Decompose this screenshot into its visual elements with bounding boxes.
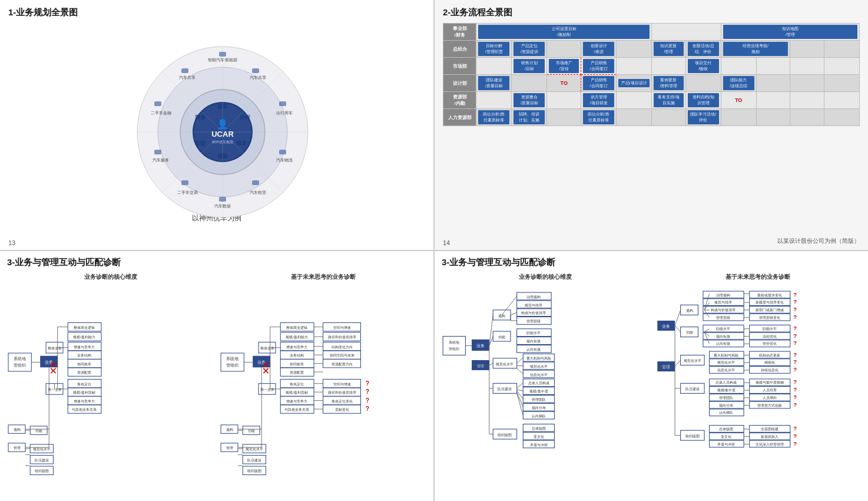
svg-text:规范化水平: 规范化水平 xyxy=(530,365,548,368)
cell-flow-overview: 2-业务流程全景图 xyxy=(435,0,868,250)
svg-text:整体业务: 整体业务 xyxy=(48,346,62,350)
diag-sub-title-3: 业务诊断的核心维度 xyxy=(442,273,648,281)
svg-text:认向衔接: 认向衔接 xyxy=(526,347,541,351)
svg-text:信息化水平: 信息化水平 xyxy=(530,373,548,377)
svg-text:二手车金融: 二手车金融 xyxy=(151,111,171,115)
svg-rect-30 xyxy=(279,150,286,154)
flow-node: 创新活动/总结、评价 xyxy=(688,42,719,56)
svg-text:流程优化: 流程优化 xyxy=(763,334,777,338)
svg-text:空间与增速: 空间与增速 xyxy=(333,382,351,386)
dept-cell: 总经办 xyxy=(443,41,476,58)
svg-text:二手车交易: 二手车交易 xyxy=(177,190,198,195)
table-row: 事业部/财务 公司设置目标/激励制 知识地图/管理 xyxy=(443,24,860,41)
svg-text:职能水平: 职能水平 xyxy=(763,327,777,331)
svg-rect-31 xyxy=(252,180,259,185)
flow-node: 供方管理/项目研发 xyxy=(583,93,614,107)
svg-text:?: ? xyxy=(793,425,797,431)
svg-text:管组织: 管组织 xyxy=(226,363,238,367)
svg-text:?: ? xyxy=(793,325,797,331)
flow-node: 产品定位/资源提供 xyxy=(513,42,545,56)
dept-cell: 市场部 xyxy=(443,58,476,75)
svg-text:?: ? xyxy=(793,386,797,393)
diag-right-half-4: 基于未来思考的业务诊断 业务 遏构 治理遏构 规范与排序 xyxy=(654,273,861,496)
svg-line-207 xyxy=(511,312,517,315)
svg-text:新疆度与排序变化: 新疆度与排序变化 xyxy=(756,300,784,304)
svg-text:组织版图: 组织版图 xyxy=(685,434,700,438)
ucar-diagram: 👤 UCAR 神州优车集团 卖车 出行 租车 保险 车贷 服务 智能汽车·新能源… xyxy=(8,23,425,243)
svg-text:功能: 功能 xyxy=(686,330,693,334)
svg-text:队伍建设: 队伍建设 xyxy=(498,387,512,391)
svg-text:资源配置: 资源配置 xyxy=(290,370,304,374)
svg-text:重大机制与风险: 重大机制与风险 xyxy=(526,357,551,360)
main-grid: 1-业务规划全景图 👤 U xyxy=(0,0,868,501)
svg-text:与其他业务关系: 与其他业务关系 xyxy=(72,407,97,411)
svg-text:信息化水平: 信息化水平 xyxy=(717,368,735,372)
svg-text:贡献变化: 贡献变化 xyxy=(335,407,349,412)
svg-text:?: ? xyxy=(366,380,369,387)
table-row: 总经办 目标分解/管理职责 产品定位/资源提供 创新设计/推进 知识更新/管理 xyxy=(443,41,860,58)
svg-text:管理层方式创新: 管理层方式创新 xyxy=(757,403,782,407)
svg-text:总体版图: 总体版图 xyxy=(531,427,546,430)
flow-node: 项目交付/验收 xyxy=(688,59,719,73)
svg-text:亚文化: 亚文化 xyxy=(721,434,731,439)
svg-text:人员培育: 人员培育 xyxy=(763,388,777,392)
svg-line-260 xyxy=(517,383,524,388)
svg-text:?: ? xyxy=(793,314,797,320)
flow-node: 销售计划/目标 xyxy=(513,59,545,73)
svg-text:?: ? xyxy=(793,306,797,312)
svg-text:矛盾与冲突: 矛盾与冲突 xyxy=(530,443,548,447)
svg-text:角色定位变化: 角色定位变化 xyxy=(332,399,353,403)
svg-text:?: ? xyxy=(793,298,797,305)
svg-text:协同效率: 协同效率 xyxy=(77,362,91,366)
svg-text:规模/盈利能力: 规模/盈利能力 xyxy=(73,335,95,339)
svg-line-379 xyxy=(704,329,710,332)
svg-text:组织版图: 组织版图 xyxy=(247,469,261,473)
flow-node: 资源整合/质量目标 xyxy=(513,93,545,107)
svg-text:构成与价值排序: 构成与价值排序 xyxy=(710,308,736,312)
svg-text:规范与排序: 规范与排序 xyxy=(525,303,542,307)
svg-text:遏构: 遏构 xyxy=(686,308,693,312)
svg-text:认向梯队: 认向梯队 xyxy=(719,411,733,414)
svg-text:?: ? xyxy=(793,351,797,358)
svg-text:遏构: 遏构 xyxy=(498,314,505,318)
svg-text:文化深入经营管理: 文化深入经营管理 xyxy=(756,442,784,446)
svg-text:?: ? xyxy=(793,340,797,346)
svg-text:队伍建设: 队伍建设 xyxy=(247,458,261,462)
svg-text:第一业务: 第一业务 xyxy=(260,387,274,391)
cell-diagnosis-left: 3-业务与管理互动与匹配诊断 业务诊断的核心维度 系统地 管组织 业务 xyxy=(0,251,433,501)
flow-node: 产品/项目设计 xyxy=(618,79,650,87)
svg-text:精细化: 精细化 xyxy=(764,361,775,364)
svg-text:管理: 管理 xyxy=(226,446,233,450)
svg-text:增速与竞争力: 增速与竞争力 xyxy=(286,399,307,403)
svg-line-206 xyxy=(502,296,517,315)
flow-node: 团队建设/质量目标 xyxy=(478,76,509,90)
svg-text:全基图组建: 全基图组建 xyxy=(761,427,778,431)
svg-text:管理层级: 管理层级 xyxy=(716,316,730,319)
page-num-2: 14 xyxy=(443,239,450,246)
dept-cell: 人力资源部 xyxy=(443,109,476,126)
svg-text:管组织: 管组织 xyxy=(14,363,26,367)
svg-text:组织版图: 组织版图 xyxy=(498,433,512,437)
svg-text:管理: 管理 xyxy=(477,364,484,368)
svg-text:汽车租赁: 汽车租赁 xyxy=(250,190,266,195)
svg-text:与其他业务关系: 与其他业务关系 xyxy=(284,407,309,411)
svg-text:功能: 功能 xyxy=(498,335,505,339)
svg-text:新部门或新门增减: 新部门或新门增减 xyxy=(756,308,784,312)
svg-text:规模与集中度模糊: 规模与集中度模糊 xyxy=(756,380,784,384)
svg-text:规范化水平: 规范化水平 xyxy=(496,362,513,366)
svg-text:汽车数据: 汽车数据 xyxy=(214,204,231,208)
svg-text:股权或股东变化: 股权或股东变化 xyxy=(757,293,782,297)
svg-rect-35 xyxy=(154,101,161,106)
table-row: 市场部 销售计划/目标 市场推广/宣传 产品销售/合同签订 项目交付/验收 xyxy=(443,58,860,75)
flow-node: 经营业绩考核/激励 xyxy=(723,42,789,56)
svg-text:队伍建设: 队伍建设 xyxy=(35,458,49,462)
svg-text:组织版图: 组织版图 xyxy=(35,469,49,473)
diag-left-half: 业务诊断的核心维度 系统地 管组织 业务 整体商业 xyxy=(7,273,214,496)
svg-text:智能汽车·新能源: 智能汽车·新能源 xyxy=(208,58,238,62)
tree-left-4: 系统地 管组织 业务 遏构 治理遏构 规范与排序 xyxy=(442,284,648,496)
svg-text:职能水平: 职能水平 xyxy=(526,331,541,335)
svg-text:车贷: 车贷 xyxy=(195,140,206,146)
svg-text:重大机制与风险: 重大机制与风险 xyxy=(714,354,738,357)
svg-text:系统地: 系统地 xyxy=(14,357,26,361)
svg-text:?: ? xyxy=(366,397,369,404)
